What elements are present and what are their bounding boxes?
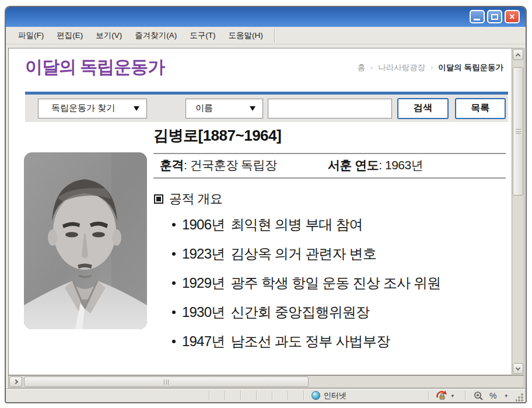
minimize-icon <box>474 19 480 20</box>
vertical-scrollbar-thumb[interactable] <box>513 67 523 196</box>
status-separator <box>428 391 429 400</box>
search-input[interactable] <box>268 99 392 118</box>
menu-bar: 파일(F) 편집(E) 보기(V) 즐겨찾기(A) 도구(T) 도움말(H) <box>6 27 526 44</box>
protected-mode-icon[interactable] <box>436 390 447 400</box>
status-separator <box>240 391 241 400</box>
achievements-section-header: 공적 개요 <box>154 190 223 208</box>
search-field-value: 이름 <box>195 103 213 114</box>
zoom-magnifier-icon[interactable] <box>473 390 484 401</box>
scroll-up-button[interactable] <box>513 49 523 60</box>
breadcrumb: 홈 › 나라사랑광장 › 이달의 독립운동가 <box>358 62 503 73</box>
section-title: 공적 개요 <box>169 190 223 208</box>
award-label: 훈격 <box>160 158 184 172</box>
status-separator <box>209 391 209 400</box>
award-year-label: 서훈 연도 <box>328 158 379 172</box>
caret-down-icon[interactable]: ▾ <box>451 393 454 399</box>
search-bar: 독립운동가 찾기 이름 검색 목록 <box>25 95 508 122</box>
portrait-photo <box>24 152 147 329</box>
breadcrumb-section[interactable]: 나라사랑광장 <box>378 62 425 73</box>
chevron-up-icon <box>516 53 520 58</box>
scroll-right-button[interactable] <box>9 376 22 387</box>
title-bar[interactable]: × <box>6 7 526 27</box>
menu-view[interactable]: 보기(V) <box>89 30 128 41</box>
status-separator <box>256 391 257 400</box>
menu-help[interactable]: 도움말(H) <box>222 30 270 41</box>
search-button[interactable]: 검색 <box>397 98 448 119</box>
chevron-right-icon <box>13 379 18 384</box>
status-separator <box>303 391 304 400</box>
divider-line <box>153 153 506 154</box>
chevron-right-icon: › <box>430 64 433 72</box>
chevron-down-icon <box>516 365 520 370</box>
status-separator <box>288 391 288 400</box>
vertical-scrollbar[interactable] <box>512 48 524 375</box>
window-controls: × <box>470 10 520 23</box>
list-item: 1929년광주 학생 항일 운동 진상 조사 위원 <box>172 271 440 301</box>
internet-zone-label: 인터넷 <box>324 390 346 401</box>
status-bar: 인터넷 ▾ % ▾ <box>6 388 526 402</box>
page-viewport: 이달의 독립운동가 홈 › 나라사랑광장 › 이달의 독립운동가 독립운동가 찾… <box>8 48 512 375</box>
page-title: 이달의 독립운동가 <box>25 55 164 79</box>
achievement-list: 1906년최익현 의병 부대 참여 1923년김상옥 의거 관련자 변호 192… <box>172 213 440 359</box>
list-button[interactable]: 목록 <box>455 98 506 119</box>
status-separator <box>272 391 272 400</box>
award-value: : 건국훈장 독립장 <box>184 158 277 172</box>
scroll-down-button[interactable] <box>513 363 523 374</box>
list-item: 1906년최익현 의병 부대 참여 <box>172 213 440 242</box>
menu-separator <box>274 29 275 43</box>
maximize-icon <box>491 14 498 20</box>
menu-edit[interactable]: 편집(E) <box>50 30 89 41</box>
menu-file[interactable]: 파일(F) <box>12 30 50 41</box>
person-name: 김병로[1887~1964] <box>153 125 281 146</box>
list-item: 1930년신간회 중앙집행위원장 <box>172 301 440 330</box>
chevron-right-icon: › <box>370 64 373 72</box>
maximize-button[interactable] <box>487 10 502 23</box>
dropdown-arrow-icon <box>250 106 256 111</box>
status-separator <box>465 391 466 400</box>
list-item: 1947년남조선 과도 정부 사법부장 <box>172 330 440 359</box>
award-row: 훈격: 건국훈장 독립장 서훈 연도: 1963년 <box>160 157 506 173</box>
close-icon: × <box>506 11 519 22</box>
zoom-percent-label[interactable]: % <box>489 391 496 400</box>
horizontal-scrollbar[interactable] <box>8 375 524 388</box>
dropdown-arrow-icon <box>134 106 139 111</box>
horizontal-scrollbar-thumb[interactable] <box>24 376 309 387</box>
divider-line <box>153 177 506 179</box>
menu-tools[interactable]: 도구(T) <box>183 30 222 41</box>
thumb-grip-icon <box>164 379 169 385</box>
search-category-select[interactable]: 독립운동가 찾기 <box>38 99 147 118</box>
square-bullet-icon <box>154 194 163 204</box>
thumb-grip-icon <box>516 129 521 134</box>
caret-down-icon[interactable]: ▾ <box>505 393 508 399</box>
internet-zone-globe-icon <box>312 391 320 400</box>
close-button[interactable]: × <box>505 10 520 23</box>
resize-grip[interactable] <box>516 393 524 402</box>
award-year-value: : 1963년 <box>379 158 423 172</box>
minimize-button[interactable] <box>470 10 485 23</box>
browser-window: × 파일(F) 편집(E) 보기(V) 즐겨찾기(A) 도구(T) 도움말(H)… <box>5 6 527 403</box>
menu-favorites[interactable]: 즐겨찾기(A) <box>128 30 183 41</box>
search-category-value: 독립운동가 찾기 <box>51 103 115 114</box>
search-field-select[interactable]: 이름 <box>186 99 263 118</box>
status-separator <box>225 391 225 400</box>
breadcrumb-current: 이달의 독립운동가 <box>438 62 503 73</box>
list-item: 1923년김상옥 의거 관련자 변호 <box>172 242 440 271</box>
breadcrumb-home[interactable]: 홈 <box>358 62 366 73</box>
